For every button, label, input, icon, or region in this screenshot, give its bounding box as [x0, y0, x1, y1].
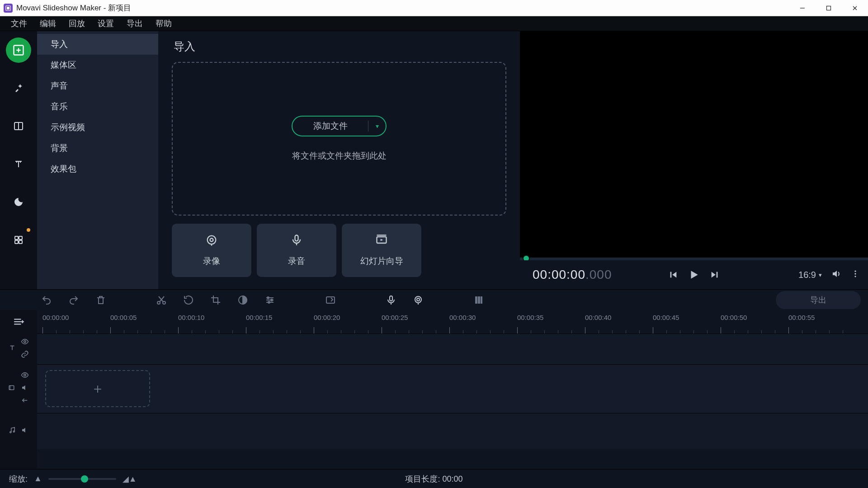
window-maximize-button[interactable]	[816, 0, 842, 16]
zoom-label: 缩放:	[9, 474, 28, 484]
speaker-icon[interactable]	[21, 384, 29, 394]
ruler-label: 00:00:20	[314, 314, 340, 321]
svg-point-45	[271, 299, 273, 301]
volume-button[interactable]	[831, 268, 842, 282]
drop-zone[interactable]: 添加文件 ▾ 将文件或文件夹拖到此处	[172, 62, 506, 216]
add-clip-placeholder[interactable]: ＋	[45, 370, 150, 407]
zoom-out-icon[interactable]: ▲	[34, 474, 42, 483]
zoom-slider[interactable]	[48, 478, 116, 480]
menubar: 文件 编辑 回放 设置 导出 帮助	[0, 16, 868, 31]
aspect-ratio-select[interactable]: 16:9 ▾	[798, 270, 822, 280]
crop-button[interactable]	[210, 294, 222, 306]
side-panel: 导入 媒体区 声音 音乐 示例视频 背景 效果包	[37, 31, 158, 289]
window-close-button[interactable]	[842, 0, 868, 16]
undo-button[interactable]	[41, 294, 52, 306]
svg-line-38	[160, 296, 164, 302]
svg-rect-54	[478, 296, 480, 304]
ruler-label: 00:00:00	[42, 314, 69, 321]
play-button[interactable]	[687, 267, 701, 282]
audio-track-icon	[8, 426, 16, 436]
window-minimize-button[interactable]	[789, 0, 816, 16]
ruler-label: 00:00:50	[721, 314, 747, 321]
ruler-label: 00:00:35	[517, 314, 543, 321]
svg-point-44	[267, 297, 269, 299]
delete-button[interactable]	[95, 294, 107, 306]
track-headers	[0, 310, 37, 469]
menu-settings[interactable]: 设置	[91, 15, 120, 32]
rotate-button[interactable]	[183, 294, 194, 306]
eye-icon[interactable]	[21, 338, 29, 347]
add-file-button[interactable]: 添加文件 ▾	[292, 116, 387, 136]
edit-toolbar: 导出	[0, 289, 868, 310]
filters-tool[interactable]	[6, 75, 31, 101]
menu-edit[interactable]: 编辑	[33, 15, 62, 32]
svg-rect-47	[326, 297, 335, 303]
svg-marker-32	[833, 271, 837, 277]
clip-properties-button[interactable]	[264, 294, 276, 306]
timecode: 00:00:00.000	[528, 267, 612, 282]
prev-frame-button[interactable]	[666, 267, 680, 282]
voiceover-button[interactable]	[385, 294, 397, 306]
svg-point-68	[24, 374, 26, 376]
svg-point-33	[854, 270, 856, 272]
svg-point-50	[415, 296, 421, 303]
menu-help[interactable]: 帮助	[149, 15, 178, 32]
svg-point-66	[10, 388, 10, 388]
video-track[interactable]: ＋	[37, 364, 868, 413]
svg-rect-3	[827, 6, 831, 10]
cut-button[interactable]	[156, 294, 167, 306]
webcam-button[interactable]	[412, 294, 424, 306]
color-adjust-button[interactable]	[237, 294, 249, 306]
menu-playback[interactable]: 回放	[62, 15, 91, 32]
svg-rect-53	[475, 296, 477, 304]
camera-icon	[205, 234, 218, 248]
transitions-tool[interactable]	[6, 113, 31, 139]
more-tool[interactable]	[6, 227, 31, 253]
menu-export[interactable]: 导出	[120, 15, 149, 32]
link-icon[interactable]	[21, 350, 29, 360]
svg-point-71	[10, 432, 11, 433]
speaker-icon[interactable]	[21, 426, 29, 436]
titles-track[interactable]	[37, 333, 868, 364]
zoom-thumb[interactable]	[81, 475, 88, 483]
side-item-media[interactable]: 媒体区	[37, 55, 158, 75]
stickers-tool[interactable]	[6, 189, 31, 215]
side-item-sounds[interactable]: 声音	[37, 75, 158, 96]
slideshow-wizard-label: 幻灯片向导	[360, 255, 403, 267]
menu-file[interactable]: 文件	[5, 15, 33, 32]
record-audio-card[interactable]: 录音	[257, 224, 336, 277]
app-icon	[4, 4, 13, 13]
drop-hint: 将文件或文件夹拖到此处	[292, 150, 387, 162]
preview-panel: 00:00:00.000 16:9 ▾	[520, 31, 868, 289]
side-item-backgrounds[interactable]: 背景	[37, 138, 158, 159]
ruler-label: 00:00:25	[382, 314, 408, 321]
redo-button[interactable]	[68, 294, 80, 306]
next-frame-button[interactable]	[708, 267, 722, 282]
ruler-label: 00:00:40	[585, 314, 611, 321]
transition-wizard-button[interactable]	[325, 294, 336, 306]
back-arrow-icon[interactable]	[21, 396, 29, 406]
audio-track[interactable]	[37, 413, 868, 449]
side-item-sample-video[interactable]: 示例视频	[37, 117, 158, 138]
side-item-effect-packs[interactable]: 效果包	[37, 159, 158, 179]
eye-icon[interactable]	[21, 371, 29, 381]
titles-tool[interactable]	[6, 151, 31, 177]
import-tool[interactable]	[6, 38, 31, 63]
svg-rect-1	[7, 7, 9, 9]
zoom-in-icon[interactable]: ◢▲	[123, 474, 137, 484]
time-ruler[interactable]: 00:00:0000:00:0500:00:1000:00:1500:00:20…	[37, 310, 868, 333]
svg-marker-29	[691, 271, 698, 278]
timeline-view-button[interactable]	[473, 294, 485, 306]
chevron-down-icon[interactable]: ▾	[368, 122, 386, 130]
slideshow-wizard-card[interactable]: 幻灯片向导	[342, 224, 421, 277]
ruler-label: 00:00:45	[653, 314, 679, 321]
record-camera-card[interactable]: 录像	[172, 224, 251, 277]
side-item-music[interactable]: 音乐	[37, 96, 158, 117]
svg-marker-73	[22, 428, 25, 433]
svg-point-19	[208, 236, 216, 244]
side-item-import[interactable]: 导入	[37, 34, 158, 55]
ruler-label: 00:00:05	[110, 314, 137, 321]
preview-menu-button[interactable]	[851, 269, 860, 281]
add-track-button[interactable]	[0, 310, 37, 333]
export-button[interactable]: 导出	[776, 291, 861, 309]
